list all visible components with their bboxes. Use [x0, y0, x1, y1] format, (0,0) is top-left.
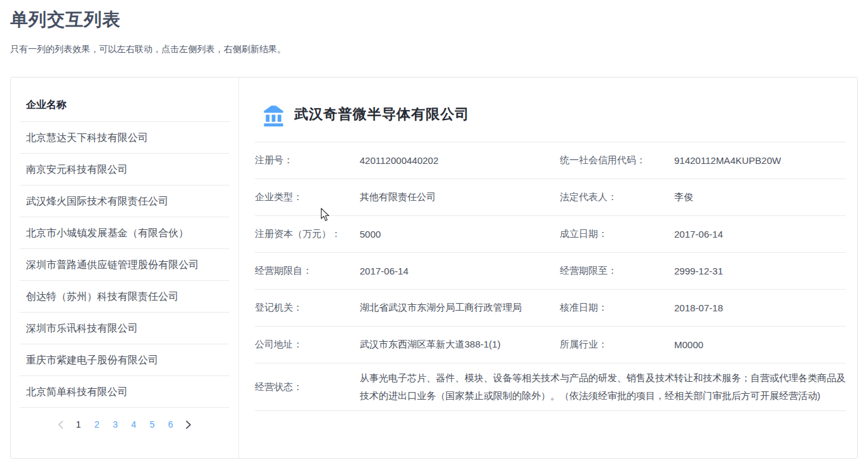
field-label: 所属行业： — [560, 339, 674, 351]
field-label: 统一社会信用代码： — [560, 154, 674, 166]
page-number-5[interactable]: 5 — [146, 418, 159, 431]
list-item[interactable]: 北京慧达天下科技有限公司 — [20, 122, 229, 154]
list-item[interactable]: 南京安元科技有限公司 — [20, 154, 229, 186]
list-header: 企业名称 — [20, 97, 229, 122]
company-header: 武汉奇普微半导体有限公司 — [255, 78, 846, 142]
field-label: 经营期限自： — [255, 265, 360, 277]
detail-row: 注册资本（万元）：5000成立日期：2017-06-14 — [255, 216, 846, 253]
detail-row: 企业类型：其他有限责任公司法定代表人：李俊 — [255, 179, 846, 216]
page-number-3[interactable]: 3 — [109, 418, 122, 431]
field-label: 核准日期： — [560, 302, 674, 314]
field-value: 其他有限责任公司 — [360, 191, 560, 203]
list-item[interactable]: 武汉烽火国际技术有限责任公司 — [20, 186, 229, 217]
detail-row: 注册号：420112000440202统一社会信用代码：91420112MA4K… — [255, 142, 846, 179]
field-value: 5000 — [360, 229, 560, 240]
list-item[interactable]: 深圳市普路通供应链管理股份有限公司 — [20, 249, 229, 281]
company-name: 武汉奇普微半导体有限公司 — [294, 105, 470, 124]
company-panel: 企业名称 北京慧达天下科技有限公司南京安元科技有限公司武汉烽火国际技术有限责任公… — [10, 77, 858, 459]
page-title: 单列交互列表 — [0, 0, 868, 32]
page-number-4[interactable]: 4 — [128, 418, 140, 431]
company-detail-panel: 武汉奇普微半导体有限公司 注册号：420112000440202统一社会信用代码… — [239, 78, 857, 458]
page-number-1[interactable]: 1 — [72, 418, 85, 431]
field-label: 登记机关： — [255, 302, 360, 314]
field-label: 公司地址： — [255, 339, 360, 351]
field-label: 企业类型： — [255, 191, 360, 203]
detail-row: 经营期限自：2017-06-14经营期限至：2999-12-31 — [255, 253, 846, 290]
bank-icon — [261, 102, 286, 127]
field-label: 注册号： — [255, 154, 360, 166]
list-item[interactable]: 创达特（苏州）科技有限责任公司 — [20, 281, 229, 313]
pagination: 123456 — [20, 417, 229, 431]
field-value: 2999-12-31 — [674, 266, 846, 276]
field-label: 成立日期： — [560, 228, 674, 240]
company-list-panel: 企业名称 北京慧达天下科技有限公司南京安元科技有限公司武汉烽火国际技术有限责任公… — [11, 78, 239, 458]
field-label: 法定代表人： — [560, 191, 674, 203]
field-value: 420112000440202 — [360, 155, 560, 166]
field-label: 经营状态： — [255, 381, 360, 393]
field-value: 91420112MA4KUPB20W — [674, 155, 846, 166]
detail-row: 经营状态：从事光电子芯片、器件、模块、设备等相关技术与产品的研发、销售及技术转让… — [255, 363, 846, 411]
chevron-left-icon[interactable] — [55, 417, 67, 431]
field-value: 2018-07-18 — [674, 302, 846, 313]
page-number-2[interactable]: 2 — [91, 418, 104, 431]
detail-table: 注册号：420112000440202统一社会信用代码：91420112MA4K… — [255, 142, 846, 411]
page-subtitle: 只有一列的列表效果，可以左右联动，点击左侧列表，右侧刷新结果。 — [0, 32, 868, 55]
field-value: 2017-06-14 — [674, 229, 846, 240]
chevron-right-icon[interactable] — [183, 417, 194, 431]
field-value: 李俊 — [674, 191, 846, 203]
list-item[interactable]: 深圳市乐讯科技有限公司 — [20, 313, 229, 344]
detail-row: 公司地址：武汉市东西湖区革新大道388-1(1)所属行业：M0000 — [255, 327, 846, 363]
field-value: 湖北省武汉市东湖分局工商行政管理局 — [360, 302, 560, 314]
field-value: 2017-06-14 — [360, 266, 560, 276]
company-list: 北京慧达天下科技有限公司南京安元科技有限公司武汉烽火国际技术有限责任公司北京市小… — [20, 122, 229, 408]
field-value: 从事光电子芯片、器件、模块、设备等相关技术与产品的研发、销售及技术转让和技术服务… — [360, 363, 846, 410]
list-item[interactable]: 北京市小城镇发展基金（有限合伙） — [20, 217, 229, 249]
list-item[interactable]: 北京简单科技有限公司 — [20, 376, 229, 408]
detail-row: 登记机关：湖北省武汉市东湖分局工商行政管理局核准日期：2018-07-18 — [255, 290, 846, 327]
field-label: 经营期限至： — [560, 265, 674, 277]
field-value: 武汉市东西湖区革新大道388-1(1) — [360, 339, 560, 351]
page-number-6[interactable]: 6 — [165, 418, 177, 431]
field-label: 注册资本（万元）： — [255, 228, 360, 240]
page-numbers: 123456 — [72, 418, 177, 431]
field-value: M0000 — [674, 339, 846, 350]
list-item[interactable]: 重庆市紫建电子股份有限公司 — [20, 344, 229, 376]
